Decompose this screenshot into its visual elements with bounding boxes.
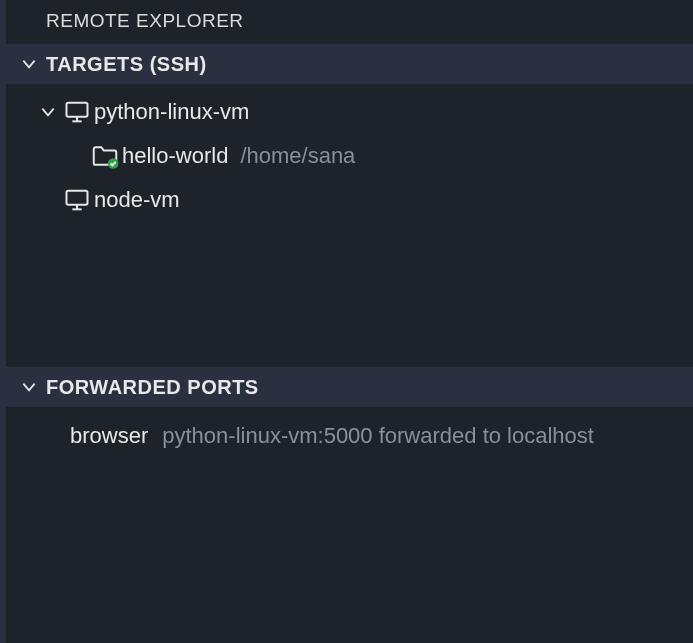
monitor-icon (60, 98, 94, 126)
panel-title: REMOTE EXPLORER (6, 0, 693, 44)
chevron-down-icon (18, 53, 40, 75)
target-host-node-vm[interactable]: node-vm (6, 178, 693, 222)
svg-rect-0 (67, 103, 88, 117)
section-header-ports[interactable]: FORWARDED PORTS (6, 367, 693, 407)
forwarded-port-browser[interactable]: browser python-linux-vm:5000 forwarded t… (6, 411, 693, 461)
forwarded-port-description: python-linux-vm:5000 forwarded to localh… (162, 423, 594, 449)
svg-rect-4 (67, 191, 88, 205)
target-host-label: node-vm (94, 187, 180, 213)
chevron-down-icon (18, 376, 40, 398)
section-header-targets[interactable]: TARGETS (SSH) (6, 44, 693, 84)
section-title-targets: TARGETS (SSH) (46, 53, 207, 76)
folder-connected-icon (88, 141, 122, 171)
forwarded-port-label: browser (70, 423, 148, 449)
target-folder-path: /home/sana (240, 143, 355, 169)
target-folder-hello-world[interactable]: hello-world /home/sana (6, 134, 693, 178)
targets-tree: python-linux-vm hello-world /home/sana n… (6, 84, 693, 367)
target-host-python-linux-vm[interactable]: python-linux-vm (6, 90, 693, 134)
section-title-ports: FORWARDED PORTS (46, 376, 259, 399)
monitor-icon (60, 186, 94, 214)
ports-list: browser python-linux-vm:5000 forwarded t… (6, 407, 693, 461)
chevron-down-icon (36, 103, 60, 121)
target-host-label: python-linux-vm (94, 99, 249, 125)
target-folder-label: hello-world (122, 143, 228, 169)
